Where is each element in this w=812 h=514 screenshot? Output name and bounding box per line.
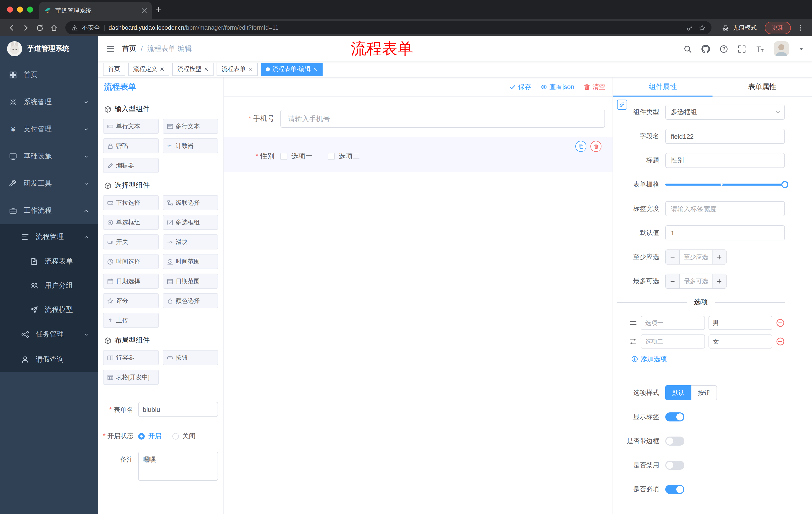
palette-component[interactable]: 多行文本	[163, 119, 218, 134]
new-tab-button[interactable]	[152, 3, 165, 16]
link-anchor-icon[interactable]	[617, 100, 627, 110]
increase-button[interactable]	[712, 250, 726, 264]
sidebar-item-leave-query[interactable]: 请假查询	[0, 347, 98, 372]
drag-handle-icon[interactable]	[629, 319, 637, 327]
tag-process-definition[interactable]: 流程定义	[128, 63, 169, 76]
palette-component[interactable]: 日期选择	[103, 274, 158, 289]
checkbox-option-1[interactable]: 选项一	[280, 152, 313, 161]
view-json-button[interactable]: 查看json	[540, 82, 574, 91]
sidebar-item-process-form[interactable]: 流程表单	[0, 249, 98, 274]
sidebar-item-infra[interactable]: 基础设施	[0, 143, 98, 170]
status-off-radio[interactable]: 关闭	[172, 432, 196, 440]
hamburger-icon[interactable]	[106, 44, 115, 53]
sidebar-item-home[interactable]: 首页	[0, 61, 98, 88]
sidebar-item-process-mgmt[interactable]: 流程管理	[0, 224, 98, 249]
close-icon[interactable]	[313, 67, 318, 72]
sidebar-item-task-mgmt[interactable]: 任务管理	[0, 322, 98, 347]
palette-component[interactable]: 时间范围	[163, 254, 218, 269]
close-icon[interactable]	[160, 67, 164, 72]
palette-component[interactable]: 下拉选择	[103, 195, 158, 210]
increase-button[interactable]	[712, 274, 726, 288]
palette-component[interactable]: 按钮	[163, 350, 218, 365]
palette-component[interactable]: 时间选择	[103, 254, 158, 269]
decrease-button[interactable]	[666, 250, 680, 264]
browser-menu-button[interactable]	[794, 21, 807, 34]
option-2-label-input[interactable]	[641, 334, 705, 349]
fullscreen-icon[interactable]	[737, 45, 746, 53]
sidebar-item-workflow[interactable]: 工作流程	[0, 197, 98, 224]
palette-component[interactable]: 计数器	[163, 138, 218, 154]
home-button[interactable]	[47, 21, 60, 34]
option-1-value-input[interactable]	[708, 316, 772, 330]
remove-option-icon[interactable]	[776, 337, 785, 346]
option-2-value-input[interactable]	[708, 334, 772, 349]
delete-component-button[interactable]	[590, 141, 602, 152]
tag-home[interactable]: 首页	[103, 63, 125, 76]
address-bar[interactable]: 不安全 dashboard.yudao.iocoder.cn/bpm/manag…	[65, 21, 712, 34]
decrease-button[interactable]	[666, 274, 680, 288]
reload-button[interactable]	[33, 21, 46, 34]
palette-component[interactable]: 行容器	[103, 350, 158, 365]
add-option-button[interactable]: 添加选项	[631, 355, 785, 363]
tab-form-props[interactable]: 表单属性	[713, 77, 812, 96]
close-icon[interactable]	[204, 67, 208, 72]
show-label-switch[interactable]	[665, 412, 685, 422]
option-1-label-input[interactable]	[641, 316, 705, 330]
option-style-default-button[interactable]: 默认	[665, 385, 691, 400]
palette-component[interactable]: 编辑器	[103, 158, 158, 173]
field-name-input[interactable]	[665, 129, 785, 144]
tab-component-props[interactable]: 组件属性	[613, 77, 713, 96]
disabled-switch[interactable]	[665, 461, 685, 470]
palette-component[interactable]: 多选框组	[163, 215, 218, 230]
required-switch[interactable]	[665, 485, 685, 494]
slider-handle[interactable]	[781, 181, 788, 188]
grid-slider[interactable]	[665, 184, 785, 186]
border-switch[interactable]	[665, 437, 685, 445]
github-icon[interactable]	[701, 45, 710, 53]
form-name-input[interactable]	[138, 402, 218, 417]
app-logo[interactable]: 芋道管理系统	[0, 36, 98, 61]
breadcrumb-home[interactable]: 首页	[122, 44, 136, 53]
window-close-button[interactable]	[7, 6, 13, 12]
window-minimize-button[interactable]	[17, 6, 23, 12]
help-icon[interactable]	[720, 45, 728, 53]
min-select-input[interactable]	[680, 250, 712, 264]
default-value-input[interactable]	[665, 225, 785, 240]
password-key-icon[interactable]	[686, 24, 693, 31]
palette-component[interactable]: 单选框组	[103, 215, 158, 230]
search-icon[interactable]	[684, 45, 692, 53]
phone-input[interactable]	[280, 110, 605, 128]
font-size-icon[interactable]	[756, 45, 764, 53]
palette-component[interactable]: 评分	[103, 293, 158, 308]
sidebar-item-user-group[interactable]: 用户分组	[0, 274, 98, 298]
title-input[interactable]	[665, 153, 785, 168]
tag-process-form-edit[interactable]: 流程表单-编辑	[261, 63, 323, 76]
palette-component[interactable]: 颜色选择	[163, 293, 218, 308]
palette-component[interactable]: 级联选择	[163, 195, 218, 210]
tag-process-model[interactable]: 流程模型	[172, 63, 213, 76]
forward-button[interactable]	[19, 21, 32, 34]
remove-option-icon[interactable]	[776, 318, 785, 327]
back-button[interactable]	[5, 21, 18, 34]
bookmark-star-icon[interactable]	[699, 24, 705, 31]
palette-component[interactable]: 上传	[103, 313, 158, 328]
status-on-radio[interactable]: 开启	[138, 432, 161, 440]
palette-component[interactable]: 表格[开发中]	[103, 370, 158, 385]
tab-close-icon[interactable]	[141, 7, 148, 14]
option-style-button-button[interactable]: 按钮	[691, 385, 717, 400]
sidebar-item-system[interactable]: 系统管理	[0, 88, 98, 116]
form-remark-textarea[interactable]: 嘿嘿	[138, 452, 218, 481]
clear-button[interactable]: 清空	[583, 82, 606, 91]
window-zoom-button[interactable]	[27, 6, 33, 12]
label-width-input[interactable]	[665, 201, 785, 216]
copy-component-button[interactable]	[575, 141, 586, 152]
sidebar-item-process-model[interactable]: 流程模型	[0, 298, 98, 322]
component-type-select[interactable]: 多选框组	[665, 105, 785, 120]
palette-component[interactable]: 滑块	[163, 234, 218, 249]
sidebar-item-payment[interactable]: ¥支付管理	[0, 116, 98, 143]
max-select-input[interactable]	[680, 274, 712, 288]
browser-tab[interactable]: 芋道管理系统	[39, 2, 152, 19]
palette-component[interactable]: 单行文本	[103, 119, 158, 134]
palette-component[interactable]: 日期范围	[163, 274, 218, 289]
update-button[interactable]: 更新	[765, 21, 791, 34]
